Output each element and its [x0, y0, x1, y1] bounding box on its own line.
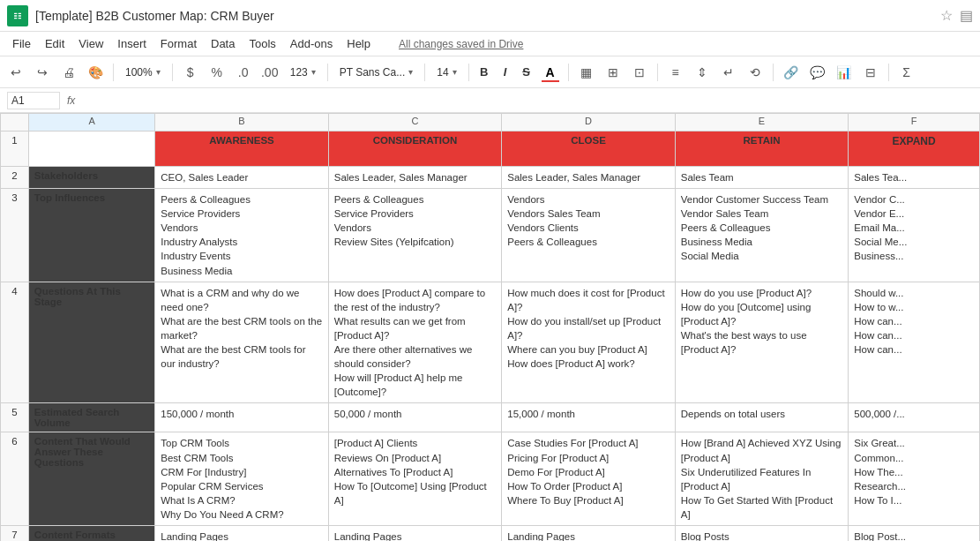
cell-d1-close[interactable]: CLOSE [502, 131, 676, 167]
halign-button[interactable]: ≡ [663, 60, 688, 85]
fontsize-dropdown[interactable]: 14 ▾ [430, 60, 462, 85]
cell-d3[interactable]: VendorsVendors Sales TeamVendors Clients… [502, 189, 676, 282]
row-6-content-answer: 6 Content That Would Answer These Questi… [1, 432, 980, 526]
col-c-header[interactable]: C [328, 114, 502, 131]
cell-d5[interactable]: 15,000 / month [502, 403, 676, 432]
currency-button[interactable]: $ [178, 60, 203, 85]
cell-f3[interactable]: Vendor C...Vendor E...Email Ma...Social … [849, 189, 980, 282]
cell-a1[interactable] [28, 131, 154, 167]
menu-edit[interactable]: Edit [40, 35, 70, 52]
col-a-header[interactable]: A [28, 114, 154, 131]
cell-f2[interactable]: Sales Tea... [849, 167, 980, 189]
menu-view[interactable]: View [73, 35, 108, 52]
chart-button[interactable]: 📊 [832, 60, 857, 85]
menu-file[interactable]: File [7, 35, 36, 52]
menu-data[interactable]: Data [206, 35, 240, 52]
cell-d4[interactable]: How much does it cost for [Product A]? H… [502, 282, 676, 403]
label-questions[interactable]: Questions At This Stage [28, 282, 154, 403]
row-num-7: 7 [1, 525, 29, 541]
font-dropdown[interactable]: PT Sans Ca... ▾ [333, 60, 419, 85]
cell-f1-expand[interactable]: EXPAND [849, 131, 980, 167]
col-f-header[interactable]: F [849, 114, 980, 131]
borders-button[interactable]: ⊞ [601, 60, 625, 85]
paint-format-button[interactable]: 🎨 [83, 60, 108, 85]
corner-cell [1, 114, 29, 131]
cell-d2[interactable]: Sales Leader, Sales Manager [502, 167, 676, 189]
label-content-answer[interactable]: Content That Would Answer These Question… [28, 432, 154, 526]
cell-c5[interactable]: 50,000 / month [328, 403, 502, 432]
cell-e1-retain[interactable]: RETAIN [675, 131, 849, 167]
zoom-dropdown[interactable]: 100% ▾ [119, 60, 167, 85]
strikethrough-button[interactable]: S [517, 60, 536, 85]
percent-button[interactable]: % [205, 60, 229, 85]
sep3 [327, 64, 328, 81]
redo-button[interactable]: ↪ [30, 60, 55, 85]
label-content-formats[interactable]: Content Formats [28, 525, 154, 541]
wrap-button[interactable]: ↵ [716, 60, 741, 85]
svg-rect-0 [12, 11, 23, 21]
cell-e4[interactable]: How do you use [Product A]? How do you [… [675, 282, 849, 403]
cell-b6[interactable]: Top CRM ToolsBest CRM ToolsCRM For [Indu… [155, 432, 329, 526]
menu-help[interactable]: Help [341, 35, 376, 52]
cell-e6[interactable]: How [Brand A] Achieved XYZ Using [Produc… [675, 432, 849, 526]
text-color-button[interactable]: A [538, 60, 563, 85]
menu-format[interactable]: Format [155, 35, 202, 52]
title-icons: ☆ ▤ [940, 7, 973, 24]
function-button[interactable]: Σ [894, 60, 919, 85]
bold-button[interactable]: B [475, 60, 494, 85]
cell-f6[interactable]: Six Great...Common...How The...Research.… [849, 432, 980, 526]
spreadsheet: A B C D E F 1 AWARENESS CONSIDERATION CL… [0, 113, 980, 541]
cell-c1-consideration[interactable]: CONSIDERATION [328, 131, 502, 167]
cell-b3[interactable]: Peers & ColleaguesService ProvidersVendo… [155, 189, 329, 282]
print-button[interactable]: 🖨 [56, 60, 81, 85]
cell-f5[interactable]: 500,000 /... [849, 403, 980, 432]
cell-c3[interactable]: Peers & ColleaguesService ProvidersVendo… [328, 189, 502, 282]
cell-e3[interactable]: Vendor Customer Success TeamVendor Sales… [675, 189, 849, 282]
menu-addons[interactable]: Add-ons [285, 35, 338, 52]
cell-c7[interactable]: Landing PagesBlog PostsIndustry Reports [328, 525, 502, 541]
cell-c6[interactable]: [Product A] ClientsReviews On [Product A… [328, 432, 502, 526]
cell-c4[interactable]: How does [Product A] compare to the rest… [328, 282, 502, 403]
decimal2-button[interactable]: .00 [258, 60, 282, 85]
folder-icon[interactable]: ▤ [960, 7, 973, 24]
cell-b5[interactable]: 150,000 / month [155, 403, 329, 432]
undo-button[interactable]: ↩ [4, 60, 28, 85]
sep4 [424, 64, 425, 81]
italic-button[interactable]: I [496, 60, 515, 85]
cell-b4[interactable]: What is a CRM and why do we need one? Wh… [155, 282, 329, 403]
cell-b7[interactable]: Landing PagesBlog PostsYouTube Videos [155, 525, 329, 541]
label-stakeholders[interactable]: Stakeholders [28, 167, 154, 189]
row-2-stakeholders: 2 Stakeholders CEO, Sales Leader Sales L… [1, 167, 980, 189]
menubar: File Edit View Insert Format Data Tools … [0, 32, 980, 56]
rotate-button[interactable]: ⟲ [743, 60, 767, 85]
cell-e2[interactable]: Sales Team [675, 167, 849, 189]
col-d-header[interactable]: D [502, 114, 676, 131]
cell-b2[interactable]: CEO, Sales Leader [155, 167, 329, 189]
col-b-header[interactable]: B [155, 114, 329, 131]
document-title: [Template] B2B Customer Map: CRM Buyer [35, 9, 940, 23]
menu-insert[interactable]: Insert [112, 35, 152, 52]
cell-d7[interactable]: Landing PagesOptimized Product PagesCase… [502, 525, 676, 541]
valign-button[interactable]: ⇕ [690, 60, 714, 85]
cell-d6[interactable]: Case Studies For [Product A]Pricing For … [502, 432, 676, 526]
format-dropdown[interactable]: 123 ▾ [284, 60, 322, 85]
cell-c2[interactable]: Sales Leader, Sales Manager [328, 167, 502, 189]
decimal1-button[interactable]: .0 [231, 60, 256, 85]
cell-reference[interactable] [7, 92, 60, 109]
filter-button[interactable]: ⊟ [858, 60, 883, 85]
merge-button[interactable]: ⊡ [627, 60, 652, 85]
col-e-header[interactable]: E [675, 114, 849, 131]
comment-button[interactable]: 💬 [805, 60, 830, 85]
cell-e7[interactable]: Blog PostsSocial Media PostsWhite Papers [675, 525, 849, 541]
label-search-volume[interactable]: Estimated Search Volume [28, 403, 154, 432]
label-top-influences[interactable]: Top Influences [28, 189, 154, 282]
link-button[interactable]: 🔗 [779, 60, 804, 85]
fill-color-button[interactable]: ▦ [574, 60, 599, 85]
cell-e5[interactable]: Depends on total users [675, 403, 849, 432]
cell-b1-awareness[interactable]: AWARENESS [155, 131, 329, 167]
star-icon[interactable]: ☆ [940, 7, 953, 24]
cell-f4[interactable]: Should w...How to w...How can...How can.… [849, 282, 980, 403]
cell-f7[interactable]: Blog Post...Social Me... [849, 525, 980, 541]
svg-rect-6 [19, 18, 21, 19]
menu-tools[interactable]: Tools [243, 35, 281, 52]
